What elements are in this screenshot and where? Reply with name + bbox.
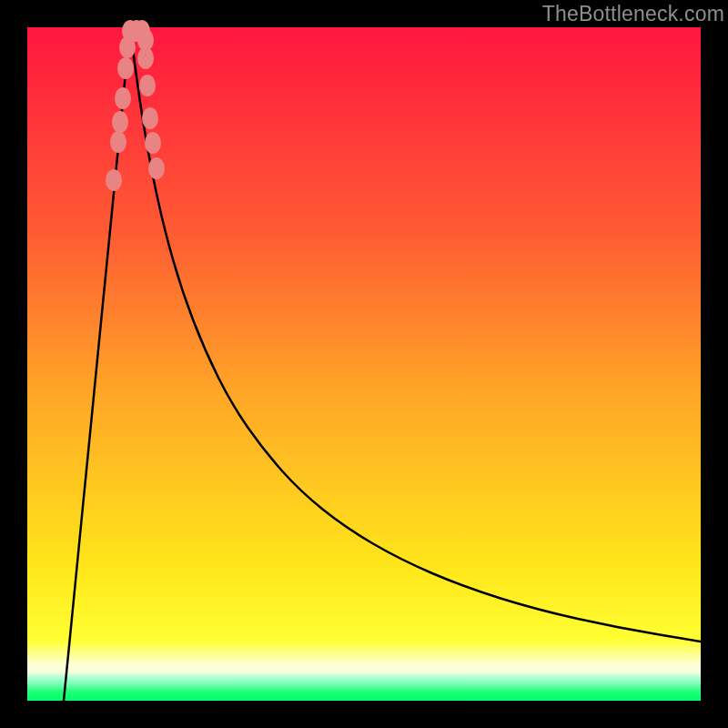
data-marker [142, 107, 158, 129]
data-marker [148, 157, 165, 179]
data-marker [145, 132, 161, 154]
data-marker [117, 57, 134, 79]
watermark-text: TheBottleneck.com [542, 2, 724, 26]
chart-svg [27, 27, 701, 701]
data-marker [137, 47, 154, 69]
data-marker [112, 111, 128, 133]
data-marker [115, 87, 131, 109]
data-marker [139, 75, 156, 96]
data-marker [106, 169, 122, 191]
curve-right-branch [130, 27, 701, 642]
data-marker [110, 131, 126, 153]
plot-area [27, 27, 701, 701]
chart-frame: TheBottleneck.com [0, 0, 728, 728]
data-markers [106, 20, 165, 191]
